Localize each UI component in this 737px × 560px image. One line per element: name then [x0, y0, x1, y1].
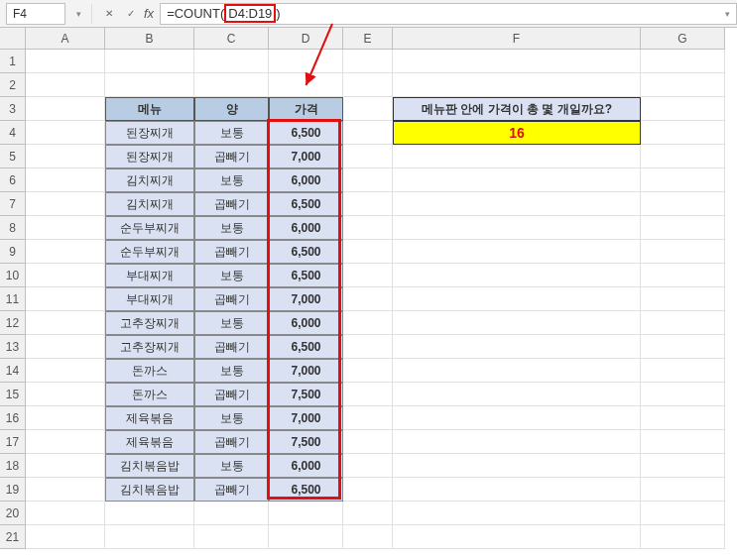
cell-F5[interactable]: [393, 145, 641, 168]
cell-F18[interactable]: [393, 454, 641, 478]
cell-A3[interactable]: [26, 97, 105, 121]
row-header-5[interactable]: 5: [0, 145, 26, 168]
cell-A15[interactable]: [26, 383, 105, 406]
column-header-C[interactable]: C: [194, 28, 269, 50]
cell-C12[interactable]: 보통: [194, 311, 269, 335]
cell-F9[interactable]: [393, 240, 641, 264]
cell-D2[interactable]: [269, 73, 343, 97]
cell-G2[interactable]: [641, 73, 725, 97]
cell-F19[interactable]: [393, 478, 641, 502]
cell-G13[interactable]: [641, 335, 725, 359]
cancel-icon[interactable]: ✕: [100, 5, 118, 23]
cell-G14[interactable]: [641, 359, 725, 383]
cell-G15[interactable]: [641, 383, 725, 406]
cell-G17[interactable]: [641, 430, 725, 454]
cell-D8[interactable]: 6,000: [269, 216, 343, 240]
cell-D1[interactable]: [269, 50, 343, 73]
column-header-E[interactable]: E: [343, 28, 393, 50]
cell-E11[interactable]: [343, 287, 393, 311]
cell-D5[interactable]: 7,000: [269, 145, 343, 168]
row-header-8[interactable]: 8: [0, 216, 26, 240]
cell-D15[interactable]: 7,500: [269, 383, 343, 406]
cell-G1[interactable]: [641, 50, 725, 73]
cell-C2[interactable]: [194, 73, 269, 97]
cell-B11[interactable]: 부대찌개: [105, 287, 194, 311]
cell-F3[interactable]: 메뉴판 안에 가격이 총 몇 개일까요?: [393, 97, 641, 121]
cell-F15[interactable]: [393, 383, 641, 406]
cell-E13[interactable]: [343, 335, 393, 359]
cell-G9[interactable]: [641, 240, 725, 264]
cell-C4[interactable]: 보통: [194, 121, 269, 145]
cell-G16[interactable]: [641, 406, 725, 430]
cell-A13[interactable]: [26, 335, 105, 359]
cell-D13[interactable]: 6,500: [269, 335, 343, 359]
cell-F16[interactable]: [393, 406, 641, 430]
formula-input[interactable]: =COUNT(D4:D19) ▾: [160, 3, 737, 25]
row-header-2[interactable]: 2: [0, 73, 26, 97]
cell-B8[interactable]: 순두부찌개: [105, 216, 194, 240]
cell-D4[interactable]: 6,500: [269, 121, 343, 145]
cell-G5[interactable]: [641, 145, 725, 168]
row-header-21[interactable]: 21: [0, 525, 26, 549]
cell-G11[interactable]: [641, 287, 725, 311]
cell-D14[interactable]: 7,000: [269, 359, 343, 383]
cell-C17[interactable]: 곱빼기: [194, 430, 269, 454]
cell-B18[interactable]: 김치볶음밥: [105, 454, 194, 478]
cell-C11[interactable]: 곱빼기: [194, 287, 269, 311]
cell-B19[interactable]: 김치볶음밥: [105, 478, 194, 502]
cell-A9[interactable]: [26, 240, 105, 264]
cell-G6[interactable]: [641, 168, 725, 192]
row-header-20[interactable]: 20: [0, 502, 26, 525]
cell-G18[interactable]: [641, 454, 725, 478]
cell-B12[interactable]: 고추장찌개: [105, 311, 194, 335]
cell-C13[interactable]: 곱빼기: [194, 335, 269, 359]
cell-A20[interactable]: [26, 502, 105, 525]
cell-F14[interactable]: [393, 359, 641, 383]
cell-B6[interactable]: 김치찌개: [105, 168, 194, 192]
cell-B5[interactable]: 된장찌개: [105, 145, 194, 168]
cell-E10[interactable]: [343, 264, 393, 287]
cell-G19[interactable]: [641, 478, 725, 502]
cell-A11[interactable]: [26, 287, 105, 311]
row-header-17[interactable]: 17: [0, 430, 26, 454]
cell-A21[interactable]: [26, 525, 105, 549]
cell-F1[interactable]: [393, 50, 641, 73]
cell-A18[interactable]: [26, 454, 105, 478]
cell-E12[interactable]: [343, 311, 393, 335]
cell-C5[interactable]: 곱빼기: [194, 145, 269, 168]
cell-A10[interactable]: [26, 264, 105, 287]
cell-C14[interactable]: 보통: [194, 359, 269, 383]
cell-C9[interactable]: 곱빼기: [194, 240, 269, 264]
cell-E21[interactable]: [343, 525, 393, 549]
cell-B3[interactable]: 메뉴: [105, 97, 194, 121]
cell-F7[interactable]: [393, 192, 641, 216]
cell-G10[interactable]: [641, 264, 725, 287]
enter-icon[interactable]: ✓: [122, 5, 140, 23]
cell-C15[interactable]: 곱빼기: [194, 383, 269, 406]
cell-E1[interactable]: [343, 50, 393, 73]
column-header-F[interactable]: F: [393, 28, 641, 50]
cell-E7[interactable]: [343, 192, 393, 216]
cell-F8[interactable]: [393, 216, 641, 240]
cell-E3[interactable]: [343, 97, 393, 121]
cell-C7[interactable]: 곱빼기: [194, 192, 269, 216]
cell-G20[interactable]: [641, 502, 725, 525]
cell-C19[interactable]: 곱빼기: [194, 478, 269, 502]
cell-C20[interactable]: [194, 502, 269, 525]
cell-F12[interactable]: [393, 311, 641, 335]
cell-B21[interactable]: [105, 525, 194, 549]
row-header-10[interactable]: 10: [0, 264, 26, 287]
cell-A2[interactable]: [26, 73, 105, 97]
cell-E19[interactable]: [343, 478, 393, 502]
cell-F21[interactable]: [393, 525, 641, 549]
cell-A6[interactable]: [26, 168, 105, 192]
cell-D7[interactable]: 6,500: [269, 192, 343, 216]
cell-E2[interactable]: [343, 73, 393, 97]
row-header-1[interactable]: 1: [0, 50, 26, 73]
row-header-16[interactable]: 16: [0, 406, 26, 430]
column-header-D[interactable]: D: [269, 28, 343, 50]
cell-B1[interactable]: [105, 50, 194, 73]
cell-G12[interactable]: [641, 311, 725, 335]
cell-F10[interactable]: [393, 264, 641, 287]
cell-G21[interactable]: [641, 525, 725, 549]
